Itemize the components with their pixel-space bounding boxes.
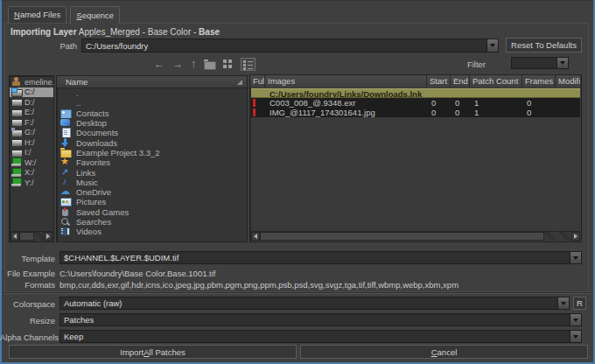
column-header-start[interactable]: Start bbox=[427, 75, 451, 88]
alpha-channels-label: Alpha Channels bbox=[0, 332, 55, 342]
filter-value bbox=[512, 58, 556, 68]
column-header-frames[interactable]: Frames bbox=[522, 75, 556, 88]
scroll-right-icon[interactable] bbox=[44, 232, 52, 241]
tab-named-files[interactable]: Named Files bbox=[8, 6, 66, 23]
image-name-cell: IMG_@1117_174301641.jpg bbox=[266, 108, 428, 117]
colorspace-combobox[interactable]: Automatic (raw) bbox=[60, 297, 570, 310]
template-label: Template bbox=[0, 254, 55, 263]
import-sequence-dialog: Named Files Sequence Importing Layer App… bbox=[0, 0, 595, 364]
full-indicator-cell bbox=[251, 108, 266, 117]
file-list-item[interactable]: Pictures bbox=[57, 197, 247, 206]
chevron-down-icon[interactable] bbox=[570, 331, 581, 342]
drive-icon bbox=[11, 117, 22, 127]
sidebar-item[interactable]: Y:/ bbox=[10, 178, 53, 188]
resize-label: Resize bbox=[0, 316, 55, 326]
file-list-item[interactable]: Music bbox=[57, 178, 247, 187]
column-header-patch-count[interactable]: Patch Count bbox=[470, 75, 522, 88]
scroll-left-icon[interactable] bbox=[251, 232, 260, 241]
file-list-item[interactable]: Example Project 3.3_2 bbox=[57, 148, 247, 158]
scroll-right-icon[interactable] bbox=[571, 232, 580, 241]
start-cell: 0 bbox=[428, 98, 452, 108]
section-divider bbox=[4, 292, 589, 294]
places-hscrollbar[interactable] bbox=[10, 231, 52, 241]
scrollbar-track[interactable] bbox=[34, 232, 44, 241]
images-table-panel: FullImagesStartEndPatch CountFramesModif… bbox=[249, 74, 582, 242]
folder-icon bbox=[60, 148, 71, 158]
desktop-icon bbox=[60, 118, 71, 128]
sidebar-item[interactable]: C:/ bbox=[10, 88, 53, 98]
sidebar-item[interactable]: F:/ bbox=[10, 117, 53, 128]
alpha-channels-combobox[interactable]: Keep bbox=[60, 330, 582, 343]
resize-value: Patches bbox=[60, 314, 570, 326]
sidebar-item-label: C:/ bbox=[24, 88, 35, 96]
formats-value: bmp,cur,dds,exr,gif,hdr,icns,ico,jpeg,jp… bbox=[60, 280, 458, 290]
reset-to-defaults-button[interactable]: Reset To Defaults bbox=[506, 38, 582, 52]
sidebar-item[interactable]: W:/ bbox=[10, 158, 53, 168]
images-table-body: C:/Users/foundry/Links/Downloads.lnkC003… bbox=[251, 88, 580, 231]
sidebar-item[interactable]: H:/ bbox=[10, 137, 53, 148]
file-list-item[interactable]: Desktop bbox=[57, 118, 247, 128]
sidebar-item[interactable]: G:/ bbox=[10, 128, 53, 138]
image-row[interactable]: IMG_@1117_174301641.jpg0010 bbox=[251, 108, 580, 117]
tab-sequence[interactable]: Sequence bbox=[70, 6, 120, 24]
column-header-images[interactable]: Images bbox=[265, 75, 427, 88]
revert-colorspace-button[interactable]: R bbox=[573, 297, 586, 310]
file-list-item[interactable]: Contacts bbox=[57, 108, 247, 118]
cloud-icon bbox=[60, 187, 71, 197]
chevron-down-icon[interactable] bbox=[570, 314, 581, 326]
file-example-value: C:\Users\foundry\Base Color.Base.1001.ti… bbox=[60, 269, 215, 278]
filter-combobox[interactable] bbox=[511, 57, 569, 69]
file-list-item[interactable]: . bbox=[57, 88, 247, 98]
import-all-patches-button[interactable]: Import All Patches bbox=[9, 345, 297, 359]
file-list-item[interactable]: Videos bbox=[57, 227, 247, 236]
chevron-down-icon[interactable] bbox=[557, 298, 569, 309]
sidebar-item[interactable]: X:/ bbox=[10, 168, 53, 178]
modified-cell bbox=[556, 98, 580, 108]
images-hscrollbar[interactable] bbox=[251, 231, 580, 241]
sidebar-item-label: I:/ bbox=[24, 148, 32, 157]
forward-icon[interactable] bbox=[172, 58, 183, 70]
file-list-item[interactable]: OneDrive bbox=[57, 187, 247, 197]
file-list-item[interactable]: Downloads bbox=[57, 137, 247, 147]
file-list-item[interactable]: Saved Games bbox=[57, 207, 247, 217]
sort-icon bbox=[237, 80, 242, 85]
up-icon[interactable] bbox=[191, 58, 196, 70]
column-header-modifi[interactable]: Modifi bbox=[556, 75, 581, 88]
search-icon bbox=[60, 217, 71, 227]
file-list-item[interactable]: Favorites bbox=[57, 158, 247, 167]
new-folder-icon[interactable] bbox=[204, 60, 215, 69]
image-name-cell: C003_008_@.9348.exr bbox=[266, 98, 428, 108]
sidebar-item[interactable]: emeline. bbox=[10, 77, 53, 88]
scrollbar-thumb[interactable] bbox=[260, 232, 544, 241]
name-header-label: Name bbox=[66, 77, 88, 87]
back-icon[interactable] bbox=[154, 58, 164, 70]
chevron-down-icon[interactable] bbox=[486, 39, 498, 52]
image-row[interactable]: C003_008_@.9348.exr0010 bbox=[251, 98, 580, 108]
path-group-row[interactable]: C:/Users/foundry/Links/Downloads.lnk bbox=[251, 88, 580, 98]
name-column-header[interactable]: Name bbox=[57, 76, 247, 88]
file-list-item[interactable]: Documents bbox=[57, 128, 247, 137]
grid-view-icon[interactable] bbox=[223, 60, 233, 69]
list-view-icon[interactable] bbox=[241, 58, 256, 71]
column-header-full[interactable]: Full bbox=[250, 75, 265, 88]
file-list-item[interactable]: .. bbox=[57, 98, 247, 108]
template-combobox[interactable]: $CHANNEL.$LAYER.$UDIM.tif bbox=[60, 251, 582, 264]
cancel-button[interactable]: Cancel bbox=[300, 345, 588, 359]
videos-icon bbox=[60, 227, 71, 236]
chevron-down-icon[interactable] bbox=[570, 252, 581, 263]
sidebar-item[interactable]: D:/ bbox=[10, 97, 53, 108]
file-list-item[interactable]: Links bbox=[57, 167, 247, 177]
file-list-item[interactable]: Searches bbox=[57, 217, 247, 227]
sidebar-item[interactable]: I:/ bbox=[10, 148, 53, 158]
path-combobox[interactable]: C:/Users/foundry bbox=[81, 38, 499, 52]
scrollbar-track[interactable] bbox=[544, 232, 571, 241]
column-header-end[interactable]: End bbox=[451, 75, 470, 88]
chevron-down-icon[interactable] bbox=[556, 58, 568, 68]
games-icon bbox=[60, 207, 71, 217]
scrollbar-thumb[interactable] bbox=[19, 232, 34, 241]
scroll-left-icon[interactable] bbox=[10, 232, 19, 241]
resize-combobox[interactable]: Patches bbox=[60, 313, 582, 326]
importing-layer-line: Importing Layer Apples_Merged - Base Col… bbox=[10, 27, 220, 37]
navigation-toolbar bbox=[154, 56, 256, 72]
sidebar-item[interactable]: E:/ bbox=[10, 108, 53, 118]
